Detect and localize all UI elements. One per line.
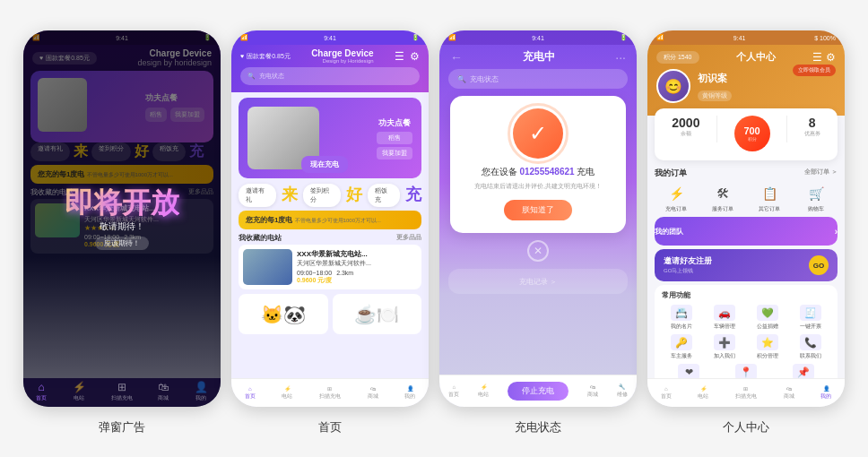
s2-signal: 📶 <box>240 34 248 41</box>
s4-invite-banner[interactable]: 邀请好友注册 GO马上领钱 GO <box>655 249 838 281</box>
s2-nav-home[interactable]: ⌂ 首页 <box>245 386 256 401</box>
s4-points-circle: 700 积分 <box>734 116 770 151</box>
s4-order-section: 我的订单 全部订单 ＞ ⚡ 充电订单 🛠 服务订单 📋 其它订单 <box>655 168 838 213</box>
screen2-label: 首页 <box>318 419 342 435</box>
s1-modal-title: 即将开放 <box>65 188 179 217</box>
s1-wait-badge[interactable]: 应该期待！ <box>95 237 149 250</box>
s4-nav-shop[interactable]: 🛍 商城 <box>784 386 794 401</box>
s4-vip-badge[interactable]: 立即领取会员 <box>793 65 836 76</box>
s2-nav-station[interactable]: ⚡ 电站 <box>282 385 292 401</box>
s3-confirm-btn[interactable]: 朕知道了 <box>504 200 572 220</box>
s4-title: 个人中心 <box>699 50 812 64</box>
s4-func-invoice[interactable]: 🧾 一键开票 <box>791 305 830 331</box>
s4-func-owner[interactable]: 🔑 车主服务 <box>662 334 701 360</box>
s4-order-cart[interactable]: 🛒 购物车 <box>794 184 838 213</box>
s1-nav-station[interactable]: ⚡ 电站 <box>73 381 86 402</box>
s2-bottomnav: ⌂ 首页 ⚡ 电站 ⊞ 扫描充电 🛍 商城 👤 我的 <box>231 378 429 407</box>
s3-close-btn[interactable]: ✕ <box>527 240 549 262</box>
s4-points-badge: 积分 1540 <box>656 51 699 64</box>
s2-tab-invite[interactable]: 邀请有礼 <box>239 184 276 207</box>
s4-order-service[interactable]: 🛠 服务订单 <box>701 184 744 213</box>
s4-nav-mine[interactable]: 👤 我的 <box>820 385 831 401</box>
s2-promo-card1[interactable]: 🐱🐼 <box>239 294 328 334</box>
car-icon: 🚗 <box>714 305 735 321</box>
s2-brand: Charge Device <box>311 48 373 58</box>
s2-header: ♥ 固款套餐0.85元 Charge Device Design by Hori… <box>231 45 429 92</box>
s4-func-car[interactable]: 🚗 车辆管理 <box>705 305 744 331</box>
contact-icon: 📞 <box>800 334 821 350</box>
s4-order-header: 我的订单 全部订单 ＞ <box>655 168 838 179</box>
join-icon: ➕ <box>714 334 735 350</box>
s2-nav-scan[interactable]: ⊞ 扫描充电 <box>319 385 341 401</box>
s3-search-bar[interactable]: 🔍 充电状态 <box>448 69 628 89</box>
s3-more-icon[interactable]: ··· <box>615 50 626 65</box>
s1-nav-shop[interactable]: 🛍 商城 <box>158 381 169 402</box>
s2-menu-item-join[interactable]: 我要加盟 <box>377 147 412 160</box>
donate-icon: 💚 <box>757 305 778 321</box>
s2-promo-food: ☕🍽️ <box>354 304 399 325</box>
s2-nav-shop[interactable]: 🛍 商城 <box>368 386 378 401</box>
s3-nav-home[interactable]: ⌂ 首页 <box>448 384 459 399</box>
station-icon: ⚡ <box>73 381 86 393</box>
s4-func-card[interactable]: 📇 我的名片 <box>662 305 701 331</box>
card-icon: 📇 <box>671 305 692 321</box>
s4-user-info: 初识案 黄铜等级 <box>698 72 732 101</box>
s4-order-other[interactable]: 📋 其它订单 <box>748 184 791 213</box>
screen2-frame: 📶 9:41 🔋 ♥ 固款套餐0.85元 Charge Device Desig… <box>231 30 429 407</box>
s3-progress-btn[interactable]: 充电记录 ＞ <box>448 269 628 294</box>
s4-func-join[interactable]: ➕ 加入我们 <box>705 334 744 360</box>
s2-charge-now-btn[interactable]: 现在充电 <box>301 156 348 173</box>
s3-nav-repair[interactable]: 🔧 维修 <box>617 384 628 399</box>
points-icon: ⭐ <box>757 334 778 350</box>
s4-order-icons: ⚡ 充电订单 🛠 服务订单 📋 其它订单 🛒 购物车 <box>655 184 838 213</box>
s4-func-points[interactable]: ⭐ 积分管理 <box>748 334 787 360</box>
s2-station-card[interactable]: XXX华景新城充电站... 天河区华景新城天河软件... 09:00~18:00… <box>239 245 421 289</box>
s2-tab-sign[interactable]: 签到积分 <box>303 184 341 207</box>
s4-func-row1: 📇 我的名片 🚗 车辆管理 💚 公益捐赠 🧾 一键开票 <box>662 305 830 331</box>
s2-nav-mine[interactable]: 👤 我的 <box>404 385 415 401</box>
s2-promo-card2[interactable]: ☕🍽️ <box>333 294 422 334</box>
settings-icon[interactable]: ⚙ <box>410 50 420 63</box>
menu-icon[interactable]: ☰ <box>395 50 404 63</box>
s4-func-contact[interactable]: 📞 联系我们 <box>791 334 830 360</box>
s1-modal-overlay: 即将开放 敬请期待！ 应该期待！ <box>23 30 221 407</box>
s2-banner[interactable]: 功夫点餐 稻售 我要加盟 现在充电 <box>239 98 421 178</box>
s2-station-image <box>243 249 292 285</box>
s4-status-bar: 📶 9:41 $ 100% <box>647 30 845 45</box>
s4-nav-station[interactable]: ⚡ 电站 <box>698 385 708 401</box>
s4-nav-home[interactable]: ⌂ 首页 <box>661 386 672 401</box>
s2-menu-item-rice[interactable]: 稻售 <box>377 132 412 144</box>
s3-header: ← 充电中 ··· <box>439 45 637 69</box>
s2-banner-right: 功夫点餐 稻售 我要加盟 <box>377 117 412 160</box>
shop2-icon: 🛍 <box>370 386 376 392</box>
s3-nav-shop[interactable]: 🛍 商城 <box>587 384 598 399</box>
s3-modal-card: ✓ 您在设备 01255548621 充电 充电结束后请退出并评价,共建文明充电… <box>450 96 626 233</box>
s3-check-ring <box>508 103 569 164</box>
s2-tab-full[interactable]: 稻饭充 <box>368 184 400 207</box>
s4-menu-icon[interactable]: ☰ <box>812 51 822 64</box>
shop3-icon: 🛍 <box>590 384 595 390</box>
s4-team-arrow: › <box>835 227 838 237</box>
station2-icon: ⚡ <box>284 385 291 392</box>
s3-check-icon: ✓ <box>513 108 563 159</box>
user2-icon: 👤 <box>407 385 413 392</box>
shop4-icon: 🛍 <box>786 386 792 392</box>
s3-stop-charge-btn[interactable]: 停止充电 <box>508 382 569 401</box>
s3-nav-station[interactable]: ⚡ 电站 <box>478 384 489 399</box>
s2-header-row: ♥ 固款套餐0.85元 Charge Device Design by Hori… <box>240 48 420 64</box>
s2-yellow-banner: 您充的每1度电 不管电量多少可使用1000万才可以... <box>239 211 421 229</box>
s4-func-donate[interactable]: 💚 公益捐赠 <box>748 305 787 331</box>
s4-avatar: 😊 <box>656 69 690 103</box>
s4-header-row: 积分 1540 个人中心 ☰ ⚙ <box>656 50 836 64</box>
s1-nav-mine[interactable]: 👤 我的 <box>195 381 208 402</box>
s4-battery: $ 100% <box>814 35 836 41</box>
s4-my-team[interactable]: 我的团队 › <box>655 217 838 246</box>
s4-order-charge[interactable]: ⚡ 充电订单 <box>655 184 698 213</box>
s4-func-row2: 🔑 车主服务 ➕ 加入我们 ⭐ 积分管理 📞 联系我们 <box>662 334 830 360</box>
s3-back-icon[interactable]: ← <box>450 50 463 65</box>
s4-settings-icon[interactable]: ⚙ <box>826 51 836 64</box>
s1-nav-home[interactable]: ⌂ 首页 <box>36 381 47 402</box>
s1-nav-scan[interactable]: ⊞ 扫描充电 <box>111 381 133 402</box>
s2-search-bar[interactable]: 🔍 充电状态 <box>240 67 420 85</box>
s4-nav-scan[interactable]: ⊞ 扫描充电 <box>735 385 757 401</box>
